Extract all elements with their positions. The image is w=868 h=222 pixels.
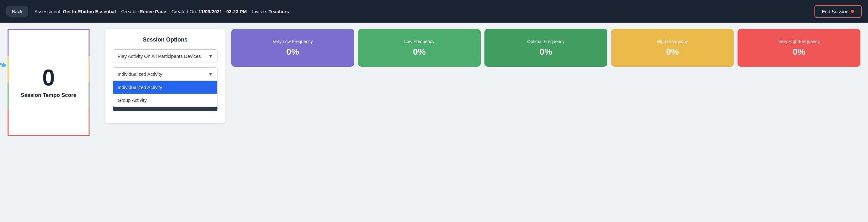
freq-label-1: Low Frequency <box>404 39 435 44</box>
play-activity-dropdown[interactable]: Play Activity On All Participants Device… <box>113 49 217 63</box>
freq-value-3: 0% <box>666 47 679 57</box>
session-options-card: Session Options Play Activity On All Par… <box>105 29 225 123</box>
dropdown-item-individualized[interactable]: Individualized Activity <box>113 81 217 94</box>
frequency-cards-container: Very Low Frequency0%Low Frequency0%Optim… <box>231 29 861 67</box>
freq-card-1: Low Frequency0% <box>358 29 481 67</box>
app-header: Back Assessment: Get In Rhithm Essential… <box>0 0 868 23</box>
freq-value-4: 0% <box>793 47 805 57</box>
end-session-dot-icon <box>851 10 854 13</box>
score-label: Session Tempo Score <box>21 92 76 99</box>
activity-type-menu: Individualized Activity Group Activity <box>113 81 217 107</box>
freq-label-2: Optimal Frequency <box>527 39 564 44</box>
score-card: 0 Session Tempo Score <box>7 29 90 136</box>
activity-type-dropdown[interactable]: Individualized Activity ▼ <box>113 67 217 81</box>
freq-card-2: Optimal Frequency0% <box>485 29 607 67</box>
chevron-down-icon-2: ▼ <box>208 72 213 77</box>
activity-type-dropdown-container: Individualized Activity ▼ Individualized… <box>113 67 217 81</box>
freq-label-3: High Frequency <box>657 39 688 44</box>
assessment-name: Get In Rhithm Essential <box>63 9 116 14</box>
creator-name: Renee Pace <box>140 9 166 14</box>
header-info: Assessment: Get In Rhithm Essential Crea… <box>34 9 289 14</box>
play-activity-dropdown-container: Play Activity On All Participants Device… <box>113 49 217 63</box>
created-label: Created On: <box>172 9 197 14</box>
freq-card-0: Very Low Frequency0% <box>231 29 354 67</box>
assessment-label: Assessment: <box>34 9 61 14</box>
end-session-label: End Session <box>822 9 848 14</box>
created-date: 11/09/2021 - 03:23 PM <box>198 9 247 14</box>
freq-card-4: Very High Frequency0% <box>738 29 861 67</box>
activity-type-value: Individualized Activity <box>118 71 162 77</box>
header-left: Back Assessment: Get In Rhithm Essential… <box>6 6 289 17</box>
chevron-down-icon: ▼ <box>208 54 213 59</box>
score-number: 0 <box>42 66 55 89</box>
session-options-title: Session Options <box>113 36 217 43</box>
end-session-button[interactable]: End Session <box>814 5 862 18</box>
invitee-value: Teachers <box>269 9 289 14</box>
freq-value-0: 0% <box>286 47 299 57</box>
dropdown-item-group[interactable]: Group Activity <box>113 94 217 107</box>
freq-card-3: High Frequency0% <box>611 29 734 67</box>
curved-arrow-icon <box>0 44 11 72</box>
creator-label: Creator: <box>121 9 138 14</box>
play-activity-value: Play Activity On All Participants Device… <box>118 53 201 59</box>
freq-value-2: 0% <box>539 47 552 57</box>
back-button[interactable]: Back <box>6 6 28 17</box>
freq-value-1: 0% <box>413 47 426 57</box>
freq-label-0: Very Low Frequency <box>273 39 313 44</box>
freq-label-4: Very High Frequency <box>778 39 820 44</box>
main-content: 0 Session Tempo Score Session Options Pl… <box>0 23 868 142</box>
invitee-label: Invitee: <box>252 9 267 14</box>
